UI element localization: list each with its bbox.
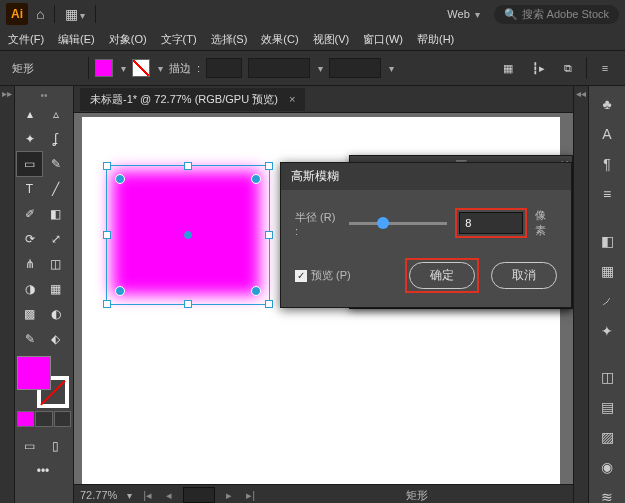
nav-prev-icon[interactable]: ◂ bbox=[163, 489, 175, 502]
appearance-panel-icon[interactable]: ◉ bbox=[597, 459, 617, 475]
properties-panel-icon[interactable]: ♣ bbox=[597, 96, 617, 112]
paintbrush-tool[interactable]: ✎ bbox=[43, 152, 68, 176]
free-transform-tool[interactable]: ◫ bbox=[43, 252, 68, 276]
blend-tool[interactable]: ⬖ bbox=[43, 327, 68, 351]
handle-tr[interactable] bbox=[265, 162, 273, 170]
ok-button[interactable]: 确定 bbox=[409, 262, 475, 289]
menu-type[interactable]: 文字(T) bbox=[161, 32, 197, 47]
lasso-tool[interactable]: ʆ bbox=[43, 127, 68, 151]
mesh-tool[interactable]: ▩ bbox=[17, 302, 42, 326]
fill-box[interactable] bbox=[17, 356, 51, 390]
color-panel-icon[interactable]: ◧ bbox=[597, 233, 617, 249]
search-placeholder: 搜索 Adobe Stock bbox=[522, 7, 609, 22]
eraser-tool[interactable]: ◧ bbox=[43, 202, 68, 226]
preview-checkbox[interactable]: ✓预览 (P) bbox=[295, 268, 351, 283]
status-shape: 矩形 bbox=[406, 488, 428, 503]
selection-tool[interactable]: ▴ bbox=[17, 102, 42, 126]
menu-edit[interactable]: 编辑(E) bbox=[58, 32, 95, 47]
perspective-tool[interactable]: ▦ bbox=[43, 277, 68, 301]
handle-tl[interactable] bbox=[103, 162, 111, 170]
menu-view[interactable]: 视图(V) bbox=[313, 32, 350, 47]
doc-profile[interactable]: Web ▾ bbox=[447, 8, 479, 20]
edit-toolbar[interactable]: ••• bbox=[17, 459, 69, 483]
gaussian-blur-dialog: 高斯模糊 半径 (R) : 像素 bbox=[280, 162, 572, 308]
corner-widget-tr[interactable] bbox=[251, 174, 261, 184]
menu-file[interactable]: 文件(F) bbox=[8, 32, 44, 47]
arrange-icon[interactable]: ┇▸ bbox=[526, 56, 550, 80]
fill-stroke-control[interactable] bbox=[17, 356, 69, 408]
close-tab-icon[interactable]: × bbox=[289, 93, 295, 105]
layers-panel-icon[interactable]: ≋ bbox=[597, 489, 617, 503]
gradient-tool[interactable]: ◐ bbox=[43, 302, 68, 326]
radius-label: 半径 (R) : bbox=[295, 210, 341, 237]
canvas-viewport[interactable]: ━━ ◂◂ 外观 ≡ 路径 ◉ ▸ 描边 : bbox=[74, 113, 573, 503]
radius-input[interactable] bbox=[459, 212, 523, 234]
fill-swatch[interactable] bbox=[95, 59, 113, 77]
right-dock-strip: ◂◂ bbox=[573, 86, 588, 503]
radius-unit: 像素 bbox=[535, 208, 557, 238]
stroke-profile[interactable] bbox=[248, 58, 310, 78]
libraries-panel-icon[interactable]: ≡ bbox=[597, 186, 617, 202]
character-panel-icon[interactable]: A bbox=[597, 126, 617, 142]
symbols-panel-icon[interactable]: ✦ bbox=[597, 323, 617, 339]
type-tool[interactable]: T bbox=[17, 177, 42, 201]
stroke-panel-icon[interactable]: ◫ bbox=[597, 369, 617, 385]
pencil-tool[interactable]: ✐ bbox=[17, 202, 42, 226]
document-tab[interactable]: 未标题-1* @ 72.77% (RGB/GPU 预览) × bbox=[80, 88, 305, 111]
direct-select-tool[interactable]: ▵ bbox=[43, 102, 68, 126]
stock-search[interactable]: 🔍 搜索 Adobe Stock bbox=[494, 5, 619, 24]
stroke-weight-input[interactable] bbox=[206, 58, 242, 78]
gradient-panel-icon[interactable]: ▤ bbox=[597, 399, 617, 415]
app-logo: Ai bbox=[6, 3, 28, 25]
panel-menu-icon[interactable]: ≡ bbox=[593, 56, 617, 80]
paragraph-panel-icon[interactable]: ¶ bbox=[597, 156, 617, 172]
eyedropper-tool[interactable]: ✎ bbox=[17, 327, 42, 351]
swatches-panel-icon[interactable]: ▦ bbox=[597, 263, 617, 279]
selection-frame bbox=[106, 165, 270, 305]
radius-slider[interactable] bbox=[349, 222, 447, 225]
nav-first-icon[interactable]: |◂ bbox=[140, 489, 155, 502]
handle-ml[interactable] bbox=[103, 231, 111, 239]
layout-icon[interactable]: ▦▾ bbox=[65, 6, 85, 22]
change-screen-tool[interactable]: ▯ bbox=[43, 434, 68, 458]
corner-widget-tl[interactable] bbox=[115, 174, 125, 184]
menu-effect[interactable]: 效果(C) bbox=[261, 32, 298, 47]
shape-builder-tool[interactable]: ◑ bbox=[17, 277, 42, 301]
line-tool[interactable]: ╱ bbox=[43, 177, 68, 201]
cancel-button[interactable]: 取消 bbox=[491, 262, 557, 289]
slider-thumb[interactable] bbox=[377, 217, 389, 229]
handle-mr[interactable] bbox=[265, 231, 273, 239]
stroke-swatch[interactable] bbox=[132, 59, 150, 77]
control-bar: 矩形 ▾ ▾ 描边 : ▾ ▾ ▦ ┇▸ ⧉ ≡ bbox=[0, 51, 625, 86]
rotate-tool[interactable]: ⟳ bbox=[17, 227, 42, 251]
rectangle-tool[interactable]: ▭ bbox=[17, 152, 42, 176]
nav-next-icon[interactable]: ▸ bbox=[223, 489, 235, 502]
handle-br[interactable] bbox=[265, 300, 273, 308]
menu-window[interactable]: 窗口(W) bbox=[363, 32, 403, 47]
artboard-nav-input[interactable] bbox=[183, 487, 215, 503]
handle-center[interactable] bbox=[184, 231, 192, 239]
corner-widget-bl[interactable] bbox=[115, 286, 125, 296]
nav-last-icon[interactable]: ▸| bbox=[243, 489, 258, 502]
document-tab-bar: 未标题-1* @ 72.77% (RGB/GPU 预览) × bbox=[74, 86, 573, 113]
align-icon[interactable]: ▦ bbox=[496, 56, 520, 80]
menu-select[interactable]: 选择(S) bbox=[211, 32, 248, 47]
main-area: ▸▸ •• ▴▵ ✦ʆ ▭✎ T╱ ✐◧ ⟳⤢ ⋔◫ ◑▦ ▩◐ ✎⬖ ▭▯ •… bbox=[0, 86, 625, 503]
brushes-panel-icon[interactable]: ⟋ bbox=[597, 293, 617, 309]
scale-tool[interactable]: ⤢ bbox=[43, 227, 68, 251]
menu-object[interactable]: 对象(O) bbox=[109, 32, 147, 47]
handle-bm[interactable] bbox=[184, 300, 192, 308]
width-tool[interactable]: ⋔ bbox=[17, 252, 42, 276]
color-mode-switches[interactable] bbox=[17, 411, 71, 427]
home-icon[interactable]: ⌂ bbox=[36, 6, 44, 22]
corner-widget-br[interactable] bbox=[251, 286, 261, 296]
screen-mode-tool[interactable]: ▭ bbox=[17, 434, 42, 458]
transform-icon[interactable]: ⧉ bbox=[556, 56, 580, 80]
transparency-panel-icon[interactable]: ▨ bbox=[597, 429, 617, 445]
handle-tm[interactable] bbox=[184, 162, 192, 170]
brush-def[interactable] bbox=[329, 58, 381, 78]
magic-wand-tool[interactable]: ✦ bbox=[17, 127, 42, 151]
zoom-level[interactable]: 72.77% bbox=[80, 489, 117, 501]
menu-help[interactable]: 帮助(H) bbox=[417, 32, 454, 47]
handle-bl[interactable] bbox=[103, 300, 111, 308]
